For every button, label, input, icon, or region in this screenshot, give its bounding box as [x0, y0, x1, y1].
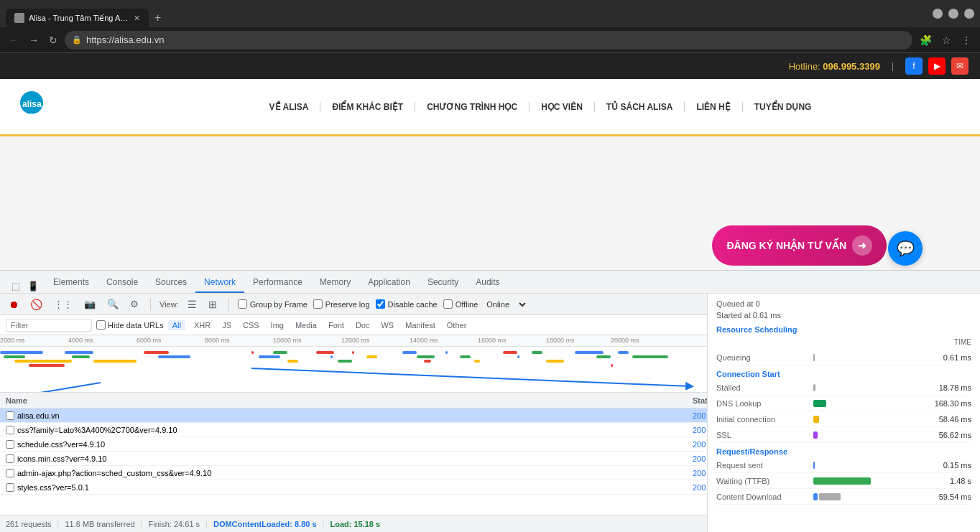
nav-item-chuong-trinh-hoc[interactable]: CHƯƠNG TRÌNH HỌC: [415, 102, 530, 112]
filter-js[interactable]: JS: [218, 320, 236, 330]
devtools-tabs: ⬚ 📱 Elements Console Sources Network Per…: [0, 271, 980, 294]
filter-other[interactable]: Other: [443, 320, 471, 330]
tab-favicon: [14, 13, 24, 23]
row-checkbox-5[interactable]: [6, 469, 14, 477]
finish-time: Finish: 24.61 s: [149, 520, 200, 528]
filter-xhr[interactable]: XHR: [190, 320, 215, 330]
cta-button[interactable]: ĐĂNG KÝ NHẬN TƯ VẤN ➜: [712, 225, 887, 266]
forward-button[interactable]: →: [26, 32, 42, 49]
mark-2000: 2000 ms: [0, 337, 25, 344]
hide-data-urls-label: Hide data URLs: [108, 321, 164, 330]
waiting-bar: [813, 477, 871, 485]
settings-button[interactable]: ⚙: [127, 297, 142, 311]
filter-ws[interactable]: WS: [376, 320, 398, 330]
devtools-inspect-button[interactable]: ⬚: [9, 279, 23, 293]
filter-css[interactable]: CSS: [239, 320, 264, 330]
tab-memory[interactable]: Memory: [311, 273, 359, 293]
tab-audits[interactable]: Audits: [467, 273, 508, 293]
filter-font[interactable]: Font: [324, 320, 348, 330]
started-at: Started at 0.61 ms: [716, 311, 971, 319]
back-button[interactable]: ←: [6, 32, 22, 49]
facebook-icon[interactable]: f: [905, 57, 923, 75]
dns-bar: [813, 400, 826, 407]
nav-item-lien-he[interactable]: LIÊN HỆ: [685, 102, 742, 112]
youtube-icon[interactable]: ▶: [928, 57, 946, 75]
nav-item-tuyen-dung[interactable]: TUYỂN DỤNG: [743, 102, 823, 112]
minimize-button[interactable]: ─: [933, 9, 943, 19]
address-bar[interactable]: 🔒 https://alisa.edu.vn: [65, 31, 912, 50]
nav-item-hoc-vien[interactable]: HỌC VIÊN: [530, 102, 595, 112]
maximize-button[interactable]: □: [948, 9, 958, 19]
extensions-button[interactable]: 🧩: [917, 32, 935, 49]
clear-button[interactable]: 🚫: [27, 297, 45, 312]
filter-manifest[interactable]: Manifest: [401, 320, 440, 330]
ssl-bar: [813, 431, 818, 439]
offline-checkbox[interactable]: Offline: [443, 299, 479, 309]
browser-chrome: Alisa - Trung Tâm Tiếng Anh Tr... ✕ + ─ …: [0, 0, 980, 27]
tab-console[interactable]: Console: [98, 273, 147, 293]
filter-media[interactable]: Media: [291, 320, 321, 330]
devtools-device-button[interactable]: 📱: [24, 279, 42, 293]
mail-icon[interactable]: ✉: [951, 57, 969, 75]
throttle-select[interactable]: Online Fast 3G Slow 3G: [484, 299, 528, 309]
preserve-log-label: Preserve log: [325, 300, 370, 309]
chat-bubble-button[interactable]: 💬: [888, 231, 923, 266]
filter-doc[interactable]: Doc: [351, 320, 374, 330]
nav-item-tu-sach[interactable]: TỦ SÁCH ALISA: [595, 102, 685, 112]
nav-item-ve-alisa[interactable]: VỀ ALISA: [258, 102, 321, 112]
filter-icon-button[interactable]: ⋮⋮: [51, 297, 75, 311]
svg-text:alisa: alisa: [22, 99, 42, 109]
site-logo[interactable]: alisa English Training to English skills…: [11, 85, 98, 129]
row-name-3: schedule.css?ver=4.9.10: [3, 440, 690, 449]
tab-application[interactable]: Application: [359, 273, 419, 293]
header-name: Name: [3, 396, 690, 405]
row-checkbox-4[interactable]: [6, 454, 14, 463]
settings-button[interactable]: ⋮: [958, 32, 974, 49]
close-button[interactable]: ✕: [964, 9, 974, 19]
reload-button[interactable]: ↻: [46, 32, 60, 49]
camera-button[interactable]: 📷: [81, 297, 98, 311]
view-grid-button[interactable]: ⊞: [205, 297, 220, 312]
row-name-5: admin-ajax.php?action=sched_custom_css&v…: [3, 469, 690, 477]
lock-icon: 🔒: [72, 35, 82, 45]
tab-close-button[interactable]: ✕: [134, 14, 140, 23]
filter-img[interactable]: Img: [267, 320, 288, 330]
search-button[interactable]: 🔍: [104, 297, 121, 311]
row-checkbox-6[interactable]: [6, 483, 14, 492]
row-checkbox-2[interactable]: [6, 426, 14, 434]
timing-panel: Queued at 0 Started at 0.61 ms Resource …: [707, 294, 980, 532]
row-name-2: css?family=Lato%3A400%2C700&ver=4.9.10: [3, 426, 690, 434]
disable-cache-checkbox[interactable]: Disable cache: [376, 299, 438, 309]
resource-scheduling-header: Resource Scheduling: [716, 325, 971, 334]
request-sent-bar: [813, 462, 815, 469]
hide-data-urls-checkbox[interactable]: Hide data URLs: [96, 320, 164, 330]
bookmark-button[interactable]: ☆: [939, 32, 954, 49]
row-checkbox-1[interactable]: [6, 411, 14, 420]
nav-item-diem-khac-biet[interactable]: ĐIỂM KHÁC BIỆT: [320, 102, 415, 112]
site-nav-items: VỀ ALISA ĐIỂM KHÁC BIỆT CHƯƠNG TRÌNH HỌC…: [112, 102, 969, 112]
active-tab[interactable]: Alisa - Trung Tâm Tiếng Anh Tr... ✕: [6, 9, 149, 27]
timing-queueing: Queueing 0.61 ms: [716, 350, 971, 365]
view-list-button[interactable]: ☰: [185, 297, 200, 312]
load-time: Load: 15.18 s: [330, 520, 380, 528]
tab-performance[interactable]: Performance: [244, 273, 311, 293]
all-filter-tag[interactable]: All: [168, 320, 185, 330]
new-tab-button[interactable]: +: [149, 9, 167, 27]
tab-security[interactable]: Security: [419, 273, 467, 293]
social-icons: f ▶ ✉: [905, 57, 969, 75]
svg-line-6: [14, 383, 101, 392]
timing-dns: DNS Lookup 168.30 ms: [716, 396, 971, 411]
svg-text:Training to English skills for: Training to English skills for Cambridge…: [22, 120, 91, 123]
request-response-header: Request/Response: [716, 447, 971, 456]
record-button[interactable]: ⏺: [6, 297, 22, 312]
group-by-frame-checkbox[interactable]: Group by Frame: [238, 299, 308, 309]
row-checkbox-3[interactable]: [6, 440, 14, 449]
tab-sources[interactable]: Sources: [147, 273, 195, 293]
tab-elements[interactable]: Elements: [45, 273, 98, 293]
filter-input[interactable]: [6, 319, 92, 332]
mark-20000: 20000 ms: [611, 337, 639, 344]
preserve-log-checkbox[interactable]: Preserve log: [313, 299, 370, 309]
mark-6000: 6000 ms: [137, 337, 162, 344]
svg-line-5: [251, 368, 690, 386]
tab-network[interactable]: Network: [195, 273, 244, 293]
